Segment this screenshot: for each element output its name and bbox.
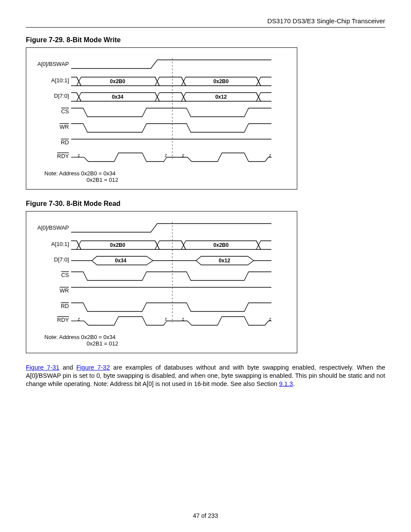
note-line-2: 0x2B1 = 012 — [87, 340, 118, 347]
label-a0-bswap: A[0]/BSWAP — [37, 224, 69, 231]
z-label: z — [182, 317, 184, 321]
z-label: z — [165, 317, 167, 321]
addr-value-1: 0x2B0 — [110, 242, 125, 248]
timing-diagram-read: A[0]/BSWAP A[10:1] 0x2B0 0x2B0 D[7:0] 0x… — [32, 218, 278, 330]
z-label: z — [269, 317, 271, 321]
text-span: and — [59, 364, 76, 371]
label-cs: CS — [61, 272, 69, 278]
label-data: D[7:0] — [54, 93, 69, 99]
figure-29-title: Figure 7-29. 8-Bit Mode Write — [26, 36, 385, 44]
text-span: . — [293, 380, 295, 387]
data-value-1: 0x34 — [115, 258, 127, 264]
z-label: z — [78, 153, 80, 158]
note-line-1: Note: Address 0x2B0 = 0x34 — [44, 170, 115, 177]
data-value-2: 0x12 — [215, 94, 227, 100]
label-rd: RD — [61, 139, 69, 146]
note-line-1: Note: Address 0x2B0 = 0x34 — [44, 334, 115, 340]
label-addr: A[10:1] — [51, 77, 69, 84]
figure-29-note: Note: Address 0x2B0 = 0x34 0x2B1 = 012 — [44, 170, 291, 183]
label-rd: RD — [61, 303, 69, 309]
label-wr: WR — [59, 287, 69, 294]
z-label: z — [165, 153, 167, 158]
timing-diagram-write: A[0]/BSWAP A[10:1] 0x2B0 0x2B0 D[7:0] — [32, 54, 278, 166]
figure-30-title: Figure 7-30. 8-Bit Mode Read — [26, 200, 385, 208]
page-number: 47 of 233 — [0, 512, 411, 519]
label-rdy: RDY — [57, 317, 69, 323]
z-label: z — [269, 153, 271, 158]
figure-30-diagram: A[0]/BSWAP A[10:1] 0x2B0 0x2B0 D[7:0] 0x… — [26, 211, 297, 353]
figure-29-diagram: A[0]/BSWAP A[10:1] 0x2B0 0x2B0 D[7:0] — [26, 47, 297, 190]
addr-value-2: 0x2B0 — [213, 78, 229, 84]
note-line-2: 0x2B1 = 012 — [87, 177, 118, 183]
page-header: DS3170 DS3/E3 Single-Chip Transceiver — [26, 17, 385, 28]
label-a0-bswap: A[0]/BSWAP — [37, 61, 69, 67]
body-paragraph: Figure 7-31 and Figure 7-32 are examples… — [26, 364, 385, 388]
data-value-2: 0x12 — [219, 258, 230, 264]
label-addr: A[10:1] — [51, 241, 69, 247]
z-label: z — [78, 317, 80, 321]
label-wr: WR — [59, 124, 69, 130]
link-figure-7-32[interactable]: Figure 7-32 — [76, 364, 110, 371]
link-section-9-1-3[interactable]: 9.1.3 — [279, 380, 293, 387]
label-data: D[7:0] — [54, 256, 69, 263]
addr-value-2: 0x2B0 — [213, 242, 229, 248]
label-rdy: RDY — [57, 153, 69, 159]
z-label: z — [182, 153, 184, 158]
link-figure-7-31[interactable]: Figure 7-31 — [26, 364, 59, 371]
label-cs: CS — [61, 108, 69, 115]
addr-value-1: 0x2B0 — [110, 78, 125, 84]
figure-30-note: Note: Address 0x2B0 = 0x34 0x2B1 = 012 — [44, 334, 291, 347]
data-value-1: 0x34 — [112, 94, 124, 100]
